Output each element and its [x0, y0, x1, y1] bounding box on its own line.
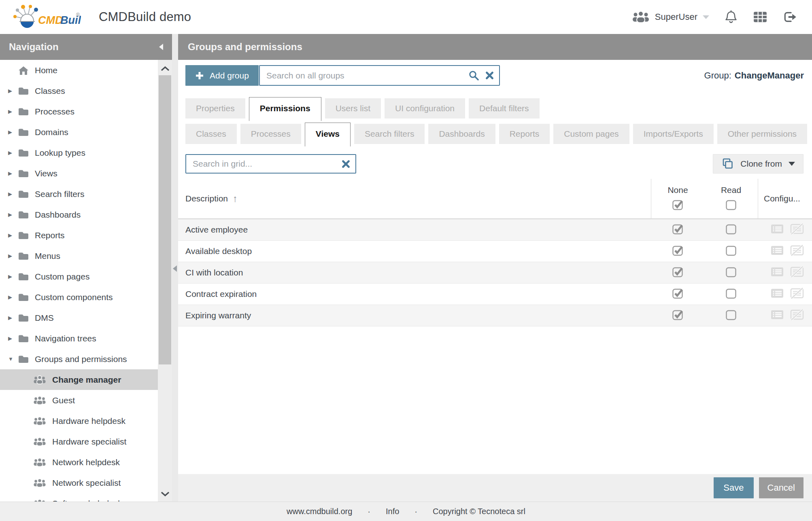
caret-icon[interactable]: ▶ [8, 315, 18, 321]
tab-primary[interactable]: Permissions [249, 97, 321, 121]
sidebar-group-item[interactable]: Hardware helpdesk [0, 411, 158, 431]
sidebar-group-item[interactable]: Hardware specialist [0, 431, 158, 452]
none-checkbox[interactable] [672, 288, 684, 301]
tab-secondary[interactable]: Dashboards [428, 124, 495, 144]
scrollbar-thumb[interactable] [159, 75, 171, 364]
table-row[interactable]: Active employee [178, 219, 812, 241]
row-edit-disabled-button[interactable] [790, 223, 804, 236]
caret-icon[interactable]: ▶ [8, 335, 18, 341]
tab-secondary[interactable]: Reports [499, 124, 550, 144]
row-edit-disabled-button[interactable] [790, 245, 804, 258]
sidebar-folder-item[interactable]: ▶ DMS [0, 307, 158, 328]
footer-info-link[interactable]: Info [386, 507, 399, 516]
sidebar-folder-item[interactable]: ▶ Domains [0, 122, 158, 142]
caret-icon[interactable]: ▶ [8, 294, 18, 300]
caret-icon[interactable]: ▼ [8, 356, 18, 362]
footer-site-link[interactable]: www.cmdbuild.org [287, 507, 352, 516]
table-row[interactable]: Contract expiration [178, 284, 812, 305]
read-checkbox[interactable] [725, 266, 737, 279]
panel-splitter[interactable] [172, 34, 178, 502]
collapse-sidebar-icon[interactable] [159, 44, 163, 50]
sidebar-group-item[interactable]: Network specialist [0, 472, 158, 493]
tab-primary[interactable]: Properties [185, 98, 245, 119]
notifications-button[interactable] [725, 10, 738, 24]
clear-grid-search-button[interactable] [336, 160, 355, 168]
sidebar-group-item[interactable]: Change manager [0, 369, 158, 390]
tab-primary[interactable]: Users list [325, 98, 381, 119]
tab-secondary[interactable]: Custom pages [553, 124, 629, 144]
sidebar-folder-item[interactable]: ▶ Reports [0, 225, 158, 246]
tab-secondary[interactable]: Other permissions [717, 124, 807, 144]
table-row[interactable]: Expiring warranty [178, 305, 812, 326]
sidebar-folder-item[interactable]: ▶ Custom components [0, 287, 158, 307]
sidebar-folder-item[interactable]: ▶ Lookup types [0, 142, 158, 163]
row-filter-button[interactable] [770, 266, 784, 279]
caret-icon[interactable]: ▶ [8, 253, 18, 259]
data-view-button[interactable] [753, 11, 767, 23]
user-menu[interactable]: SuperUser [632, 11, 709, 23]
sidebar-folder-item[interactable]: ▶ Navigation trees [0, 328, 158, 349]
scroll-up-button[interactable] [158, 61, 172, 75]
read-header-checkbox[interactable] [725, 199, 737, 212]
sidebar-folder-item[interactable]: ▶ Dashboards [0, 204, 158, 225]
caret-icon[interactable]: ▶ [8, 88, 18, 94]
caret-icon[interactable]: ▶ [8, 191, 18, 197]
none-checkbox[interactable] [672, 266, 684, 279]
sidebar-group-item[interactable]: Guest [0, 390, 158, 411]
row-edit-disabled-button[interactable] [790, 266, 804, 279]
sidebar-folder-item[interactable]: ▶ Custom pages [0, 266, 158, 287]
row-edit-disabled-button[interactable] [790, 288, 804, 301]
caret-icon[interactable]: ▶ [8, 108, 18, 114]
logout-button[interactable] [783, 11, 797, 23]
sidebar-folder-item[interactable]: ▶ Search filters [0, 184, 158, 204]
tab-secondary[interactable]: Imports/Exports [633, 124, 714, 144]
read-checkbox[interactable] [725, 288, 737, 301]
grid-search-input[interactable] [186, 159, 336, 169]
tab-secondary[interactable]: Processes [240, 124, 301, 144]
sidebar-folder-item[interactable]: ▶ Processes [0, 101, 158, 122]
tab-primary[interactable]: Default filters [469, 98, 540, 119]
none-checkbox[interactable] [672, 245, 684, 258]
row-edit-disabled-button[interactable] [790, 309, 804, 322]
none-checkbox[interactable] [672, 309, 684, 322]
tab-secondary[interactable]: Views [305, 123, 351, 146]
collapse-panel-icon[interactable] [173, 265, 177, 272]
search-button[interactable] [463, 70, 485, 81]
sidebar-folder-item[interactable]: ▶ Views [0, 163, 158, 184]
tab-primary[interactable]: UI configuration [385, 98, 465, 119]
read-checkbox[interactable] [725, 223, 737, 236]
row-filter-button[interactable] [770, 245, 784, 258]
none-header-checkbox[interactable] [672, 199, 684, 212]
scroll-down-button[interactable] [158, 487, 172, 501]
tab-secondary[interactable]: Search filters [354, 124, 425, 144]
read-checkbox[interactable] [725, 245, 737, 258]
caret-icon[interactable]: ▶ [8, 273, 18, 280]
caret-icon[interactable]: ▶ [8, 150, 18, 156]
row-filter-button[interactable] [770, 309, 784, 322]
row-filter-button[interactable] [770, 223, 784, 236]
sidebar-group-item[interactable]: Network helpdesk [0, 452, 158, 472]
clear-search-button[interactable] [485, 71, 499, 80]
caret-icon[interactable]: ▶ [8, 129, 18, 135]
sidebar-folder-item[interactable]: ▼ Groups and permissions [0, 349, 158, 369]
tab-secondary[interactable]: Classes [185, 124, 237, 144]
table-row[interactable]: Available desktop [178, 241, 812, 262]
cancel-button[interactable]: Cancel [759, 477, 803, 498]
none-checkbox[interactable] [672, 223, 684, 236]
groups-search-input[interactable] [260, 71, 463, 80]
table-row[interactable]: CI with location [178, 262, 812, 284]
save-button[interactable]: Save [714, 477, 753, 498]
caret-icon[interactable]: ▶ [8, 232, 18, 238]
sidebar-folder-item[interactable]: ▶ Classes [0, 80, 158, 101]
caret-icon[interactable]: ▶ [8, 212, 18, 218]
sidebar-item-home[interactable]: Home [0, 60, 158, 80]
sidebar-folder-item[interactable]: ▶ Menus [0, 246, 158, 266]
column-header-description[interactable]: Description ↑ [178, 179, 651, 218]
sidebar-scrollbar[interactable] [158, 60, 172, 502]
row-filter-button[interactable] [770, 288, 784, 301]
sidebar-group-item[interactable]: Software helpdesk [0, 493, 158, 502]
read-checkbox[interactable] [725, 309, 737, 322]
caret-icon[interactable]: ▶ [8, 170, 18, 176]
clone-from-button[interactable]: Clone from [713, 154, 803, 174]
add-group-button[interactable]: Add group [185, 65, 259, 86]
